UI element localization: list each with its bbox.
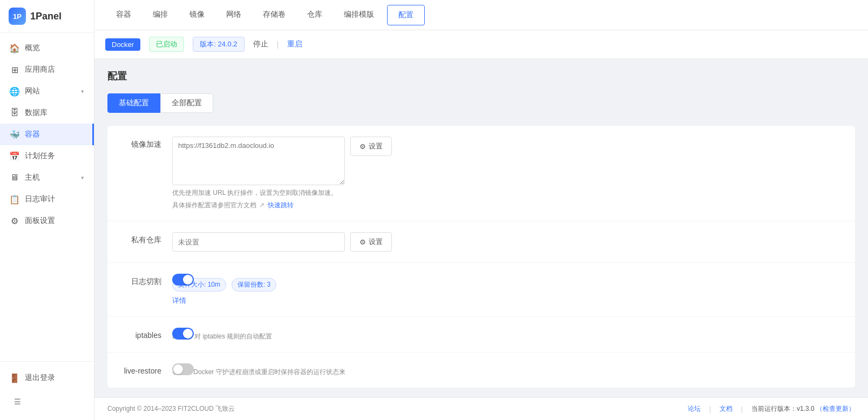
- tab-container[interactable]: 容器: [105, 0, 142, 30]
- iptables-row: iptables Docker 对 iptables 规则的自动配置: [107, 317, 855, 353]
- separator: |: [277, 40, 279, 49]
- stop-link[interactable]: 停止: [253, 39, 268, 49]
- check-update-link[interactable]: （检查更新）: [816, 405, 855, 412]
- registry-input[interactable]: [172, 232, 345, 252]
- log-rotate-control: 文件大小: 10m 保留份数: 3 详情: [172, 274, 855, 306]
- sidebar-label-container: 容器: [25, 130, 40, 139]
- iptables-hint: Docker 对 iptables 规则的自动配置: [172, 332, 855, 341]
- home-icon: 🏠: [10, 43, 19, 53]
- sidebar-label-host: 主机: [25, 173, 40, 182]
- mirror-input[interactable]: [172, 137, 345, 185]
- collapse-sidebar-button[interactable]: ☰: [9, 393, 26, 410]
- sidebar-label-logout: 退出登录: [25, 373, 55, 383]
- tab-compose[interactable]: 编排: [142, 0, 179, 30]
- docs-link[interactable]: 文档: [720, 404, 733, 414]
- mirror-hint2: 具体操作配置请参照官方文档 ↗ 快速跳转: [172, 201, 855, 210]
- sidebar-footer: 🚪 退出登录 ☰: [0, 361, 94, 420]
- sidebar-label-website: 网站: [25, 86, 40, 96]
- top-nav: 容器 编排 镜像 网络 存储卷 仓库 编排模版 配置: [94, 0, 868, 30]
- sidebar-nav: 🏠 概览 ⊞ 应用商店 🌐 网站 ▾ 🗄 数据库 🐳 容器 📅: [0, 33, 94, 361]
- logo: 1P 1Panel: [0, 0, 94, 33]
- mirror-quick-link[interactable]: 快速跳转: [268, 201, 294, 209]
- mirror-setting-button[interactable]: ⚙ 设置: [350, 137, 392, 156]
- host-icon: 🖥: [10, 173, 19, 182]
- sidebar-item-database[interactable]: 🗄 数据库: [0, 102, 94, 124]
- sidebar-label-panel-settings: 面板设置: [25, 216, 55, 226]
- main-content: 容器 编排 镜像 网络 存储卷 仓库 编排模版 配置: [94, 0, 868, 420]
- config-form: 镜像加速 ⚙ 设置 优先使用加速 URL 执行操作，设置为空则取消镜像加速。 具…: [107, 126, 855, 388]
- version-badge: 版本: 24.0.2: [193, 37, 244, 52]
- iptables-label: iptables: [107, 328, 172, 340]
- page-title: 配置: [107, 70, 855, 83]
- website-icon: 🌐: [10, 86, 19, 96]
- sidebar-item-log[interactable]: 📋 日志审计: [0, 188, 94, 210]
- mirror-label: 镜像加速: [107, 137, 172, 150]
- sidebar-label-appstore: 应用商店: [25, 65, 55, 74]
- sidebar-item-panel-settings[interactable]: ⚙ 面板设置: [0, 210, 94, 232]
- footer-links: 论坛 | 文档 | 当前运行版本：v1.3.0 （检查更新）: [688, 404, 855, 414]
- sidebar-item-container[interactable]: 🐳 容器: [0, 124, 94, 145]
- sidebar-item-cron[interactable]: 📅 计划任务: [0, 145, 94, 167]
- copyright: Copyright © 2014–2023 FIT2CLOUD 飞致云: [107, 404, 235, 414]
- mirror-row: 镜像加速 ⚙ 设置 优先使用加速 URL 执行操作，设置为空则取消镜像加速。 具…: [107, 126, 855, 221]
- service-badge: Docker: [105, 38, 140, 51]
- logo-text: 1Panel: [30, 11, 62, 22]
- log-rotate-label: 日志切割: [107, 274, 172, 287]
- retain-count-tag: 保留份数: 3: [232, 278, 276, 292]
- iptables-control: Docker 对 iptables 规则的自动配置: [172, 328, 855, 341]
- tab-network[interactable]: 网络: [215, 0, 252, 30]
- sidebar-label-log: 日志审计: [25, 194, 55, 204]
- live-restore-hint: 在宿主 Docker 守护进程崩溃或重启时保持容器的运行状态来: [172, 368, 855, 377]
- restart-link[interactable]: 重启: [287, 39, 302, 49]
- sidebar-item-host[interactable]: 🖥 主机 ▾: [0, 167, 94, 188]
- sidebar-item-website[interactable]: 🌐 网站 ▾: [0, 80, 94, 102]
- sidebar-label-database: 数据库: [25, 108, 48, 118]
- logo-icon: 1P: [9, 8, 26, 25]
- cron-icon: 📅: [10, 151, 19, 161]
- config-tab-basic[interactable]: 基础配置: [107, 93, 160, 113]
- logout-icon: 🚪: [10, 373, 19, 383]
- registry-row: 私有仓库 ⚙ 设置: [107, 221, 855, 263]
- settings-icon: ⚙: [10, 216, 19, 226]
- live-restore-control: 在宿主 Docker 守护进程崩溃或重启时保持容器的运行状态来: [172, 363, 855, 377]
- sidebar-item-logout[interactable]: 🚪 退出登录: [0, 367, 94, 389]
- config-tabs: 基础配置 全部配置: [107, 93, 855, 113]
- tab-image[interactable]: 镜像: [179, 0, 215, 30]
- log-rotate-row: 日志切割 文件大小: 10m 保留份数: 3 详情: [107, 263, 855, 317]
- tab-volume[interactable]: 存储卷: [252, 0, 296, 30]
- registry-control: ⚙ 设置: [172, 232, 855, 252]
- status-bar: Docker 已启动 版本: 24.0.2 停止 | 重启: [94, 30, 868, 59]
- sidebar-label-cron: 计划任务: [25, 151, 55, 161]
- mirror-control: ⚙ 设置 优先使用加速 URL 执行操作，设置为空则取消镜像加速。 具体操作配置…: [172, 137, 855, 210]
- page-content: 配置 基础配置 全部配置 镜像加速 ⚙ 设置: [94, 59, 868, 397]
- sidebar: 1P 1Panel 🏠 概览 ⊞ 应用商店 🌐 网站 ▾ 🗄 数据库 🐳: [0, 0, 94, 420]
- sidebar-item-appstore[interactable]: ⊞ 应用商店: [0, 59, 94, 80]
- log-icon: 📋: [10, 194, 19, 204]
- config-tab-all[interactable]: 全部配置: [160, 93, 213, 113]
- chevron-right-icon: ▾: [81, 174, 84, 181]
- registry-setting-button[interactable]: ⚙ 设置: [350, 232, 392, 252]
- tab-compose-template[interactable]: 编排模版: [333, 0, 385, 30]
- gear-icon: ⚙: [360, 143, 366, 151]
- database-icon: 🗄: [10, 108, 19, 118]
- tab-registry[interactable]: 仓库: [296, 0, 333, 30]
- container-icon: 🐳: [10, 130, 19, 139]
- version-text: 当前运行版本：v1.3.0 （检查更新）: [751, 404, 855, 414]
- gear-icon-registry: ⚙: [360, 238, 366, 246]
- running-badge: 已启动: [149, 37, 184, 52]
- live-restore-label: live-restore: [107, 363, 172, 375]
- mirror-hint1: 优先使用加速 URL 执行操作，设置为空则取消镜像加速。: [172, 188, 855, 198]
- forum-link[interactable]: 论坛: [688, 404, 701, 414]
- tab-config[interactable]: 配置: [387, 5, 425, 25]
- log-rotate-detail-link[interactable]: 详情: [172, 296, 186, 306]
- live-restore-row: live-restore 在宿主 Docker 守护进程崩溃或重启时保持容器的运…: [107, 353, 855, 388]
- registry-label: 私有仓库: [107, 232, 172, 245]
- appstore-icon: ⊞: [10, 65, 19, 74]
- footer: Copyright © 2014–2023 FIT2CLOUD 飞致云 论坛 |…: [94, 397, 868, 420]
- sidebar-item-overview[interactable]: 🏠 概览: [0, 37, 94, 59]
- chevron-down-icon: ▾: [81, 88, 84, 95]
- sidebar-label-overview: 概览: [25, 43, 40, 53]
